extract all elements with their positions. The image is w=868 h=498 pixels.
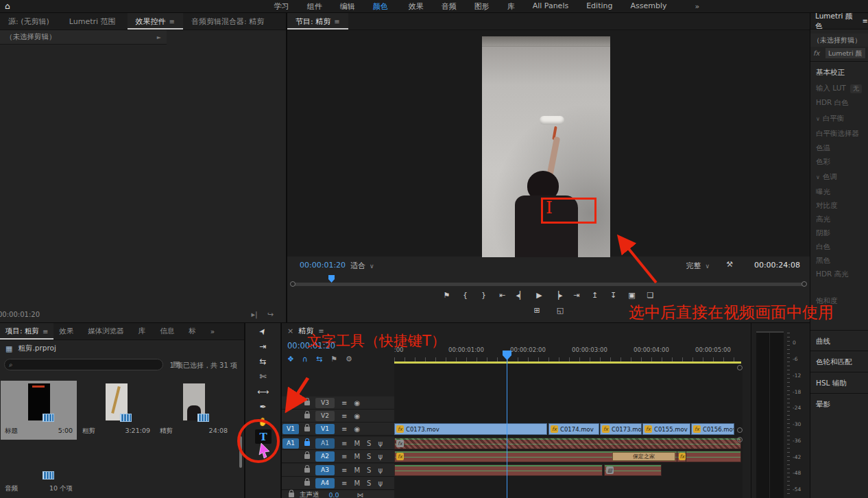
program-scrubber[interactable] <box>291 283 806 286</box>
workspace-tab[interactable]: 图形 <box>466 1 498 12</box>
panel-tab[interactable]: 项目: 粗剪≡ <box>0 323 53 340</box>
video-clip[interactable]: fx C0173.mov <box>600 423 642 435</box>
nest-sequence-icon[interactable]: ❖ <box>287 355 294 364</box>
comparison-view-button[interactable]: ❏ <box>644 289 657 301</box>
project-item[interactable]: 标题 5:00 <box>1 381 77 440</box>
panel-tab[interactable]: 标 <box>183 323 205 340</box>
lumetri-section-row[interactable]: ∨曲线 <box>816 337 868 346</box>
lock-icon[interactable] <box>304 401 310 405</box>
panel-tab[interactable]: 效果控件≡ <box>128 13 183 29</box>
mute-track-button[interactable]: M <box>354 466 360 474</box>
voiceover-record-icon[interactable]: ψ <box>378 440 383 447</box>
lumetri-section-row[interactable]: ∨白平衡 <box>816 114 868 123</box>
solo-track-button[interactable]: S <box>367 466 371 474</box>
sync-lock-icon[interactable]: ≡ <box>341 453 347 460</box>
step-forward-button[interactable]: ▕▸ <box>552 289 564 301</box>
lumetri-section-row[interactable]: ∨晕影 <box>816 400 868 410</box>
master-level-value[interactable]: 0.0 <box>329 491 339 498</box>
sync-lock-icon[interactable]: ≡ <box>341 479 347 487</box>
audio-clip[interactable]: fx <box>394 451 741 462</box>
lock-icon[interactable] <box>304 454 310 459</box>
lock-icon[interactable] <box>304 441 310 446</box>
timeline-playhead-line[interactable] <box>507 353 507 498</box>
workspace-tab[interactable]: 学习 <box>265 1 298 12</box>
panel-tab[interactable]: 库 <box>133 323 155 340</box>
lift-button[interactable]: ↥ <box>589 289 601 301</box>
track-target-badge[interactable]: A3 <box>315 465 335 475</box>
work-area-bar[interactable] <box>394 361 741 364</box>
zoom-level-select[interactable]: 适合∨ <box>350 261 374 271</box>
monitor-settings-icon[interactable]: ⚒ <box>726 260 733 269</box>
workspace-tab[interactable]: 库 <box>498 1 524 12</box>
video-clip[interactable]: fx C0173.mov <box>394 423 547 435</box>
source-patch-badge[interactable]: A1 <box>282 438 299 449</box>
mark-in-button[interactable]: { <box>459 289 472 301</box>
lumetri-section-row[interactable]: ∨HDR 高光 <box>816 270 868 279</box>
mute-track-button[interactable]: M <box>354 440 360 447</box>
audio-clip[interactable] <box>394 464 603 476</box>
lock-icon[interactable] <box>304 427 310 431</box>
mute-track-button[interactable]: M <box>354 453 360 460</box>
go-to-out-button[interactable]: ⇥ <box>570 289 583 301</box>
add-marker-icon[interactable]: ⚑ <box>330 355 337 364</box>
lumetri-section-row[interactable]: ∨HDR 白色 <box>816 98 868 108</box>
lock-icon[interactable] <box>289 493 294 497</box>
audio-clip[interactable]: fx <box>677 451 686 462</box>
audio-clip[interactable]: ▧ <box>604 464 662 476</box>
video-clip[interactable]: fx C0174.mov <box>548 423 599 435</box>
audio-clip[interactable]: 保定之家 <box>612 452 675 461</box>
lumetri-section-row[interactable]: ∨对比度 <box>816 201 868 211</box>
type-tool[interactable]: T <box>255 429 272 444</box>
track-target-badge[interactable]: A4 <box>315 478 335 488</box>
panel-tab[interactable]: 信息 <box>154 323 183 340</box>
voiceover-record-icon[interactable]: ψ <box>378 466 383 474</box>
project-search-input[interactable]: ⌕ <box>4 359 163 370</box>
play-button[interactable]: ▶ <box>533 289 546 301</box>
panel-tab[interactable]: » <box>205 323 224 340</box>
hand-tool[interactable]: ✋ <box>245 414 280 429</box>
expand-arrow-icon[interactable]: ► <box>157 34 161 40</box>
lumetri-section-row[interactable]: ∨阴影 <box>816 228 868 238</box>
panel-menu-icon[interactable]: ≡ <box>334 18 339 25</box>
track-select-forward-tool[interactable]: ⇥ <box>245 339 280 353</box>
close-icon[interactable]: × <box>287 327 293 335</box>
program-playhead[interactable] <box>328 275 335 283</box>
sync-lock-icon[interactable]: ≡ <box>341 466 347 474</box>
ripple-edit-tool[interactable]: ⇆ <box>245 354 280 368</box>
track-target-badge[interactable]: A2 <box>315 451 335 462</box>
panel-tab[interactable]: 源: (无剪辑) <box>0 13 61 29</box>
panel-tab[interactable]: 音频剪辑混合器: 精剪 <box>183 13 276 29</box>
pen-tool[interactable]: ✒ <box>245 399 280 414</box>
toggle-track-output-icon[interactable]: ◉ <box>354 412 360 420</box>
play-only-icon[interactable]: ▸| <box>252 310 258 319</box>
solo-track-button[interactable]: S <box>367 479 371 487</box>
workspace-tab[interactable]: 颜色 <box>364 1 400 12</box>
project-item[interactable]: 精剪 24:08 <box>156 381 232 440</box>
snap-icon[interactable]: ∩ <box>302 355 308 364</box>
voiceover-record-icon[interactable]: ψ <box>378 479 383 487</box>
timeline-timecode[interactable]: 00:00:01:20 <box>287 341 335 351</box>
toggle-track-output-icon[interactable]: ◉ <box>354 399 360 407</box>
source-patch-badge[interactable]: V1 <box>282 424 299 434</box>
project-item[interactable]: 音频 10 个项 <box>1 438 77 497</box>
workspace-overflow-icon[interactable]: » <box>695 2 700 11</box>
step-back-button[interactable]: ◂▏ <box>515 289 527 301</box>
project-file-name[interactable]: 粗剪.prproj <box>18 344 56 353</box>
safe-margins-button[interactable]: ⊞ <box>531 304 543 316</box>
lock-icon[interactable] <box>304 468 310 473</box>
lumetri-section-row[interactable]: ∨饱和度 <box>816 296 868 306</box>
program-monitor-tab[interactable]: 节目: 精剪≡ <box>287 13 348 29</box>
panel-menu-icon[interactable]: ≡ <box>318 327 324 335</box>
export-icon[interactable]: ↪ <box>267 310 274 319</box>
workspace-tab[interactable]: All Panels <box>524 1 578 12</box>
razor-tool[interactable]: ✄ <box>245 369 280 383</box>
lumetri-section-row[interactable]: ∨曝光 <box>816 187 868 197</box>
home-icon[interactable]: ⌂ <box>5 1 10 11</box>
timeline-settings-icon[interactable]: ⚙ <box>346 355 352 364</box>
workspace-tab[interactable]: Assembly <box>621 1 675 12</box>
panel-tab[interactable]: 效果 <box>53 323 82 340</box>
lumetri-section-row[interactable]: ∨基本校正 <box>816 68 868 78</box>
workspace-tab[interactable]: 编辑 <box>331 1 364 12</box>
sync-lock-icon[interactable]: ≡ <box>341 399 347 407</box>
video-clip[interactable]: fx C0155.mov <box>642 423 690 435</box>
